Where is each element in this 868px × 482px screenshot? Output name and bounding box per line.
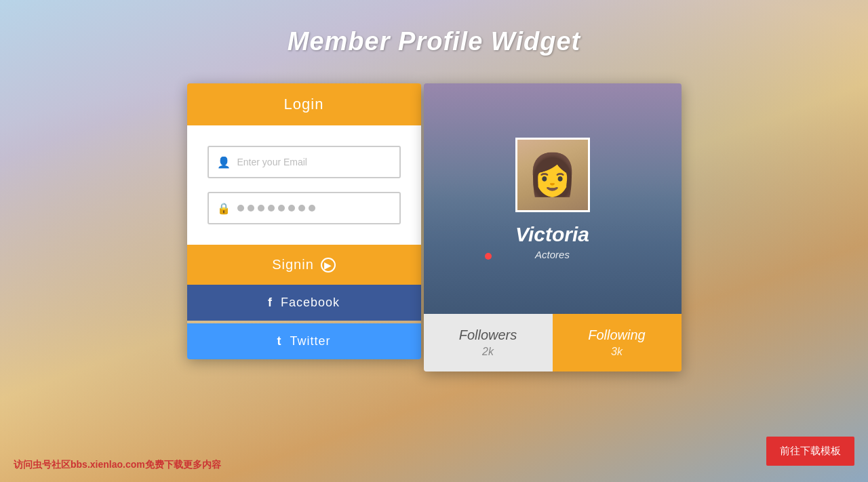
following-label: Following [588,327,645,343]
facebook-label: Facebook [281,296,340,310]
page-container: Member Profile Widget Login 👤 🔒 [0,0,868,482]
login-widget: Login 👤 🔒 [187,83,421,359]
followers-label: Followers [459,327,517,343]
download-button[interactable]: 前往下载模板 [766,437,854,466]
watermark: 访问虫号社区bbs.xienlao.com免费下载更多内容 [14,459,221,471]
facebook-button[interactable]: f Facebook [187,285,421,321]
profile-card: Victoria Actores [424,83,682,314]
login-body: 👤 🔒 [187,125,421,245]
following-count: 3k [611,346,623,358]
online-indicator [485,253,492,260]
signin-button[interactable]: Signin ▶ [187,245,421,285]
avatar [515,138,590,212]
password-input-wrapper[interactable]: 🔒 [208,192,401,224]
followers-count: 2k [482,346,494,358]
twitter-button[interactable]: t Twitter [187,323,421,359]
email-input[interactable] [237,157,391,167]
profile-name: Victoria [515,223,589,246]
facebook-icon: f [268,296,273,310]
page-title: Member Profile Widget [288,27,580,56]
following-stat: Following 3k [553,314,682,371]
profile-stats: Followers 2k Following 3k [424,314,682,371]
email-input-wrapper[interactable]: 👤 [208,146,401,178]
profile-widget: Victoria Actores Followers 2k Following … [424,83,682,371]
signin-icon: ▶ [321,258,336,273]
signin-label: Signin [272,257,314,273]
widgets-row: Login 👤 🔒 [187,83,682,371]
twitter-label: Twitter [290,334,330,348]
avatar-image [517,140,588,210]
user-icon: 👤 [217,156,231,169]
lock-icon: 🔒 [217,202,231,215]
password-dots [237,205,315,212]
login-header: Login [187,83,421,125]
profile-subtitle: Actores [535,249,570,260]
followers-stat: Followers 2k [424,314,553,371]
twitter-icon: t [277,334,281,348]
